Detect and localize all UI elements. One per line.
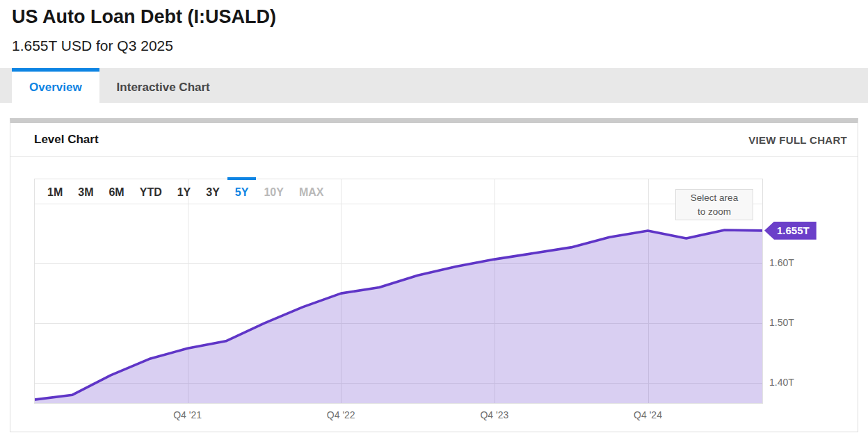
x-axis-label: Q4 '23 [463,409,526,420]
current-value-subtitle: 1.655T USD for Q3 2025 [12,37,856,54]
range-button-3m[interactable]: 3M [70,177,101,203]
page-header: US Auto Loan Debt (I:USALD) 1.655T USD f… [0,0,868,54]
y-axis-label: 1.60T [769,257,794,268]
view-full-chart-link[interactable]: VIEW FULL CHART [748,134,847,146]
range-button-10y[interactable]: 10Y [256,177,291,203]
y-axis-label: 1.50T [769,317,794,328]
zoom-hint: Select area to zoom [675,189,753,220]
chart-area: 1M3M6MYTD1Y3Y5Y10YMAX Select area to zoo… [10,157,858,432]
tab-interactive-chart[interactable]: Interactive Chart [99,68,227,103]
area-fill [34,230,763,404]
x-axis-label: Q4 '24 [617,409,680,420]
level-chart-svg[interactable] [34,179,763,404]
page-title: US Auto Loan Debt (I:USALD) [12,6,856,28]
zoom-hint-line1: Select area [676,191,753,205]
card-title: Level Chart [34,133,99,147]
range-button-ytd[interactable]: YTD [132,177,170,203]
x-axis-label: Q4 '22 [310,409,372,420]
last-value-badge: 1.655T [764,222,817,240]
range-selector: 1M3M6MYTD1Y3Y5Y10YMAX [40,177,331,203]
range-button-6m[interactable]: 6M [101,177,131,203]
zoom-hint-line2: to zoom [676,205,753,219]
card-header: Level Chart VIEW FULL CHART [10,123,858,157]
range-button-5y[interactable]: 5Y [227,177,257,203]
range-button-1y[interactable]: 1Y [170,177,199,203]
y-axis-label: 1.40T [769,377,794,388]
range-button-3y[interactable]: 3Y [198,177,227,203]
x-axis-label: Q4 '21 [156,409,219,420]
range-button-max[interactable]: MAX [291,177,332,203]
range-button-1m[interactable]: 1M [40,177,70,203]
level-chart-card: Level Chart VIEW FULL CHART 1M3M6MYTD1Y3… [10,118,858,432]
tab-bar: Overview Interactive Chart [0,68,868,103]
tab-overview[interactable]: Overview [12,68,99,103]
